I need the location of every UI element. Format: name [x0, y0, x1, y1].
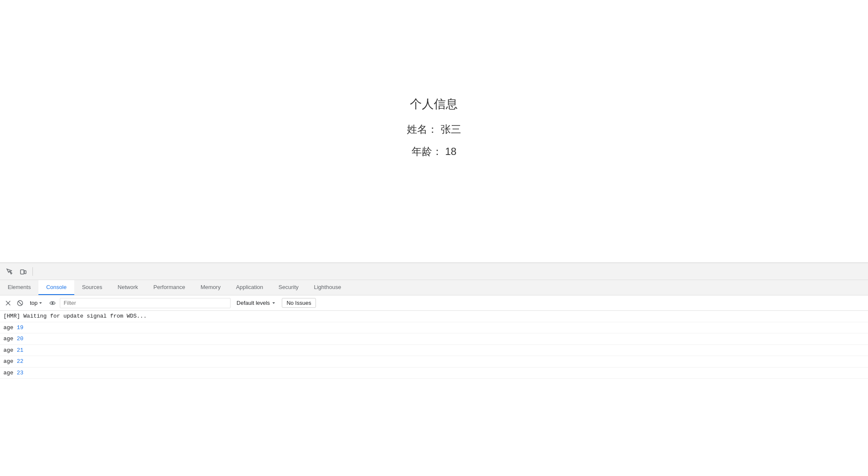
tab-security[interactable]: Security	[271, 280, 306, 295]
console-line-age-21: age 21	[0, 345, 868, 356]
name-value: 张三	[441, 123, 461, 135]
svg-rect-0	[20, 270, 24, 274]
console-output: [HMR] Waiting for update signal from WDS…	[0, 311, 868, 476]
console-line-hmr: [HMR] Waiting for update signal from WDS…	[0, 311, 868, 322]
console-line-age-19: age 19	[0, 322, 868, 334]
age-23-value: 23	[17, 369, 23, 377]
browser-page: 个人信息 姓名： 张三 年龄： 18	[0, 0, 868, 263]
age-label: 年龄：	[412, 146, 442, 157]
no-issues-button[interactable]: No Issues	[282, 298, 316, 308]
name-field: 姓名： 张三	[407, 123, 461, 136]
toolbar-divider	[32, 267, 33, 276]
tab-performance[interactable]: Performance	[146, 280, 193, 295]
eye-button[interactable]	[48, 298, 57, 308]
clear-console-button[interactable]	[3, 298, 13, 308]
console-line-age-20: age 20	[0, 333, 868, 345]
svg-marker-9	[272, 302, 275, 304]
no-issues-label: No Issues	[286, 300, 311, 306]
inspect-element-button[interactable]	[3, 266, 15, 277]
page-title: 个人信息	[407, 96, 461, 112]
page-info-container: 个人信息 姓名： 张三 年龄： 18	[407, 96, 461, 167]
tab-application[interactable]: Application	[228, 280, 271, 295]
svg-marker-6	[39, 302, 42, 304]
age-value: 18	[445, 146, 456, 157]
block-network-button[interactable]	[15, 298, 25, 308]
hmr-text: [HMR] Waiting for update signal from WDS…	[3, 312, 146, 321]
tab-network[interactable]: Network	[110, 280, 146, 295]
tab-elements[interactable]: Elements	[0, 280, 38, 295]
device-toggle-button[interactable]	[17, 266, 29, 277]
name-label: 姓名：	[407, 123, 438, 135]
svg-line-5	[18, 301, 22, 305]
tab-sources[interactable]: Sources	[74, 280, 110, 295]
console-line-age-23: age 23	[0, 368, 868, 379]
default-levels-button[interactable]: Default levels	[233, 299, 279, 307]
context-label: top	[30, 300, 38, 306]
context-selector[interactable]: top	[27, 299, 45, 307]
filter-input[interactable]	[60, 298, 231, 308]
console-toolbar: top Default levels No Issues	[0, 295, 868, 311]
age-20-value: 20	[17, 335, 23, 343]
devtools-panel: Elements Console Sources Network Perform…	[0, 263, 868, 476]
age-22-value: 22	[17, 357, 23, 366]
devtools-top-toolbar	[0, 263, 868, 280]
age-21-value: 21	[17, 346, 23, 355]
tab-lighthouse[interactable]: Lighthouse	[306, 280, 349, 295]
svg-rect-1	[24, 271, 26, 274]
age-field: 年龄： 18	[407, 145, 461, 158]
age-19-value: 19	[17, 324, 23, 332]
tab-console[interactable]: Console	[38, 280, 74, 295]
default-levels-label: Default levels	[237, 300, 270, 306]
svg-point-8	[52, 302, 53, 304]
devtools-tabs: Elements Console Sources Network Perform…	[0, 280, 868, 295]
console-line-age-22: age 22	[0, 356, 868, 368]
tab-memory[interactable]: Memory	[193, 280, 228, 295]
